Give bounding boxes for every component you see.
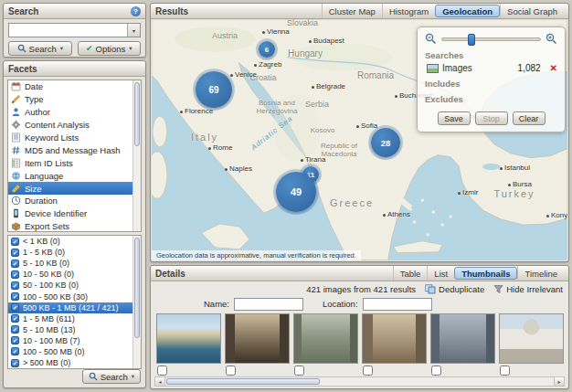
size-value-row-selected[interactable]: ✔500 KB - 1 MB (421 / 421) <box>8 302 141 313</box>
remove-search-icon[interactable]: ✕ <box>550 63 557 73</box>
facet-item-duration[interactable]: Duration <box>8 195 141 207</box>
facet-item-size[interactable]: Size <box>8 182 141 195</box>
size-value-label: 10 - 50 KB (0) <box>23 270 74 279</box>
facet-item-content-analysis[interactable]: Content Analysis <box>8 119 141 132</box>
thumbnail-cell <box>430 313 495 376</box>
size-value-row[interactable]: ✔5 - 10 KB (0) <box>8 258 141 269</box>
zoom-in-icon[interactable] <box>546 33 557 45</box>
thumbnails-scrollbar[interactable]: ◂ ▸ <box>154 376 565 387</box>
size-value-row[interactable]: ✔100 - 500 KB (30) <box>8 291 141 302</box>
thumbnail-checkbox[interactable] <box>363 366 373 376</box>
facet-item-keyword-lists[interactable]: Keyword Lists <box>8 132 141 144</box>
facet-list: Date Type Author Content Analysis Keywor… <box>7 79 142 232</box>
tab-social-graph[interactable]: Social Graph <box>500 4 564 18</box>
geolocation-map[interactable]: Slovakia Austria Hungary Croatia Romania… <box>152 19 567 260</box>
map-marker[interactable]: 28 <box>371 128 400 157</box>
size-value-label: 1 - 5 KB (0) <box>23 248 65 257</box>
tab-thumbnails[interactable]: Thumbnails <box>454 267 517 280</box>
thumbnail-checkbox[interactable] <box>226 366 236 376</box>
facet-item-label: Duration <box>25 196 58 206</box>
ruler-icon <box>11 184 21 194</box>
thumbnail-image[interactable] <box>156 313 221 364</box>
facets-search-button[interactable]: Search ▾ <box>82 369 141 384</box>
checked-checkbox-icon[interactable]: ✔ <box>11 270 19 279</box>
deduplicate-button[interactable]: Deduplicate <box>425 284 484 294</box>
facet-item-label: Export Sets <box>25 221 69 231</box>
checked-checkbox-icon[interactable]: ✔ <box>11 336 19 344</box>
tab-table[interactable]: Table <box>393 266 428 281</box>
facet-item-item-id-lists[interactable]: Item ID Lists <box>8 156 141 169</box>
tab-list[interactable]: List <box>427 266 454 281</box>
tab-geolocation[interactable]: Geolocation <box>435 5 500 17</box>
facet-item-date[interactable]: Date <box>8 80 141 93</box>
zoom-slider-handle[interactable] <box>468 34 475 46</box>
checked-checkbox-icon[interactable]: ✔ <box>11 292 19 301</box>
map-label-city: Rome <box>208 143 232 152</box>
image-icon <box>427 64 439 73</box>
clear-button[interactable]: Clear <box>513 111 546 125</box>
size-value-label: 50 - 100 KB (0) <box>23 281 79 290</box>
name-field[interactable] <box>234 298 303 311</box>
save-button[interactable]: Save <box>438 111 471 125</box>
map-marker[interactable]: 49 <box>276 172 316 212</box>
map-marker[interactable]: 6 <box>259 41 275 58</box>
tab-histogram[interactable]: Histogram <box>382 4 435 18</box>
hide-irrelevant-button[interactable]: Hide Irrelevant <box>493 284 563 294</box>
thumbnail-image[interactable] <box>225 313 290 364</box>
facet-item-type[interactable]: Type <box>8 93 141 106</box>
thumbnail-image[interactable] <box>293 313 358 364</box>
checked-checkbox-icon[interactable]: ✔ <box>11 281 19 290</box>
help-icon[interactable]: ? <box>131 6 141 16</box>
checked-checkbox-icon[interactable]: ✔ <box>11 325 19 334</box>
facet-item-language[interactable]: Language <box>8 169 141 182</box>
checked-checkbox-icon[interactable]: ✔ <box>11 238 19 246</box>
search-input[interactable] <box>9 24 127 37</box>
facet-item-author[interactable]: Author <box>8 106 141 119</box>
checked-checkbox-icon[interactable]: ✔ <box>11 314 19 323</box>
deduplicate-button-label: Deduplicate <box>439 284 484 294</box>
thumbnail-checkbox[interactable] <box>500 366 510 376</box>
checked-checkbox-icon[interactable]: ✔ <box>11 249 19 257</box>
size-value-row[interactable]: ✔10 - 100 MB (7) <box>8 335 141 346</box>
location-field[interactable] <box>363 298 432 311</box>
thumbnail-image[interactable] <box>499 313 564 364</box>
size-value-label: 100 - 500 MB (0) <box>23 347 85 356</box>
size-value-row[interactable]: ✔1 - 5 KB (0) <box>8 247 141 258</box>
map-marker[interactable]: 69 <box>196 71 232 108</box>
facet-list-scrollbar[interactable] <box>132 80 141 231</box>
size-list-scrollbar[interactable] <box>132 236 141 368</box>
size-value-row[interactable]: ✔1 - 5 MB (611) <box>8 313 141 324</box>
zoom-out-icon[interactable] <box>425 33 437 45</box>
facet-item-label: MD5 and Message Hash <box>25 145 121 155</box>
thumbnail-checkbox[interactable] <box>294 366 304 376</box>
scrollbar-thumb[interactable] <box>134 238 140 338</box>
size-value-row[interactable]: ✔> 500 MB (0) <box>8 357 141 368</box>
tab-cluster-map[interactable]: Cluster Map <box>322 4 382 18</box>
thumbnail-checkbox[interactable] <box>431 366 441 376</box>
scrollbar-thumb[interactable] <box>166 378 320 385</box>
scrollbar-thumb[interactable] <box>134 82 140 146</box>
zoom-slider[interactable] <box>441 37 541 41</box>
facet-item-md5-hash[interactable]: MD5 and Message Hash <box>8 143 141 156</box>
thumbnail-image[interactable] <box>430 313 495 364</box>
combobox-dropdown-icon[interactable]: ▾ <box>127 24 140 37</box>
size-value-row[interactable]: ✔5 - 10 MB (13) <box>8 324 141 335</box>
checked-checkbox-icon[interactable]: ✔ <box>11 359 19 367</box>
size-value-row[interactable]: ✔10 - 50 KB (0) <box>8 269 141 280</box>
size-value-row[interactable]: ✔50 - 100 KB (0) <box>8 280 141 291</box>
checked-checkbox-icon[interactable]: ✔ <box>11 347 19 355</box>
size-value-row[interactable]: ✔100 - 500 MB (0) <box>8 346 141 357</box>
facet-item-device-identifier[interactable]: Device Identifier <box>8 207 141 220</box>
search-button[interactable]: Search ▾ <box>8 41 72 56</box>
thumbnail-checkbox[interactable] <box>157 366 167 376</box>
facet-item-export-sets[interactable]: Export Sets <box>8 220 141 232</box>
checked-checkbox-icon[interactable]: ✔ <box>11 260 19 268</box>
size-value-row[interactable]: ✔< 1 KB (0) <box>8 236 141 247</box>
tab-timeline[interactable]: Timeline <box>517 266 564 281</box>
scroll-left-icon[interactable]: ◂ <box>155 377 165 386</box>
options-button[interactable]: ✔ Options ▾ <box>78 41 142 56</box>
thumbnail-image[interactable] <box>362 313 427 364</box>
checked-checkbox-icon[interactable]: ✔ <box>11 303 19 312</box>
scroll-right-icon[interactable]: ▸ <box>554 377 564 386</box>
search-panel-header: Search ? <box>4 4 145 19</box>
